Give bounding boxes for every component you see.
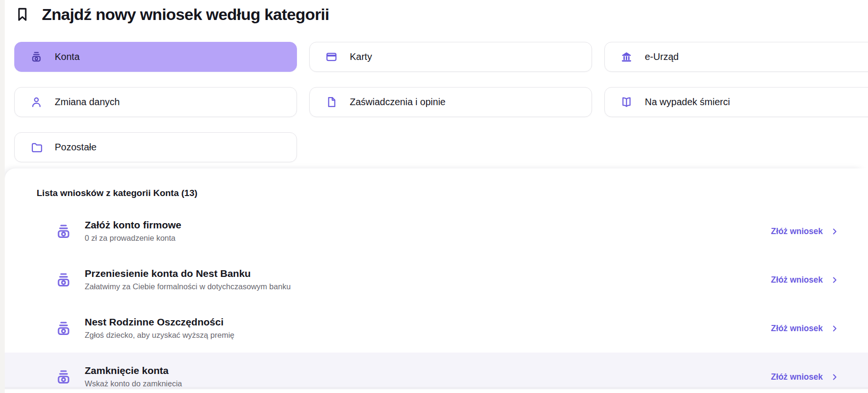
request-list-item-za-konto-firmowe[interactable]: Załóż konto firmowe 0 zł za prowadzenie … <box>5 207 868 255</box>
find-request-page: Znajdź nowy wniosek według kategorii Kon… <box>0 0 868 393</box>
submit-request-link[interactable]: Złóż wniosek <box>771 275 838 285</box>
request-subtitle: Załatwimy za Ciebie formalności w dotych… <box>85 281 291 292</box>
chevron-right-icon <box>830 373 838 381</box>
category-label: e-Urząd <box>645 51 679 62</box>
requests-list: Załóż konto firmowe 0 zł za prowadzenie … <box>5 207 868 389</box>
person-icon <box>30 96 43 108</box>
chevron-right-icon <box>830 276 838 284</box>
folder-icon <box>30 141 43 154</box>
requests-list-viewport[interactable]: Załóż konto firmowe 0 zł za prowadzenie … <box>5 207 868 389</box>
page-edge-strip <box>0 0 5 393</box>
request-title: Przeniesienie konta do Nest Banku <box>85 267 291 280</box>
chevron-right-icon <box>830 227 838 236</box>
page-header: Znajdź nowy wniosek według kategorii <box>14 0 868 25</box>
category-button-pozosta-e[interactable]: Pozostałe <box>14 132 297 162</box>
chevron-right-icon <box>830 324 838 333</box>
list-heading: Lista wniosków z kategorii Konta (13) <box>37 187 868 199</box>
submit-request-link[interactable]: Złóż wniosek <box>771 372 838 382</box>
request-title: Załóż konto firmowe <box>85 219 181 231</box>
submit-request-label: Złóż wniosek <box>771 372 823 382</box>
request-subtitle: Zgłoś dziecko, aby uzyskać wyższą premię <box>85 329 235 341</box>
submit-request-link[interactable]: Złóż wniosek <box>771 324 838 334</box>
category-button-na-wypadek-mierci[interactable]: Na wypadek śmierci <box>604 87 868 117</box>
submit-request-label: Złóż wniosek <box>771 324 823 334</box>
credit-card-icon <box>325 50 338 63</box>
cashbox-icon <box>55 320 72 337</box>
requests-panel: Lista wniosków z kategorii Konta (13) Za… <box>5 168 868 389</box>
request-list-item-zamkni-cie-konta[interactable]: Zamknięcie konta Wskaż konto do zamknięc… <box>5 353 868 389</box>
category-label: Zmiana danych <box>55 97 120 108</box>
document-icon <box>325 96 338 108</box>
category-button-e-urz-d[interactable]: e-Urząd <box>604 42 868 72</box>
bookmark-icon <box>14 6 30 22</box>
cashbox-icon <box>30 50 43 63</box>
category-label: Zaświadczenia i opinie <box>350 97 445 108</box>
category-button-karty[interactable]: Karty <box>309 42 592 72</box>
request-list-item-nest-rodzinne-oszcz-dno-ci[interactable]: Nest Rodzinne Oszczędności Zgłoś dziecko… <box>5 304 868 353</box>
category-label: Karty <box>350 51 372 62</box>
category-button-za-wiadczenia-i-opinie[interactable]: Zaświadczenia i opinie <box>309 87 592 117</box>
open-book-icon <box>620 96 633 108</box>
bank-building-icon <box>620 50 633 63</box>
request-list-item-przeniesienie-konta-do-nest-banku[interactable]: Przeniesienie konta do Nest Banku Załatw… <box>5 255 868 304</box>
submit-request-link[interactable]: Złóż wniosek <box>771 226 838 236</box>
cashbox-icon <box>55 368 72 386</box>
category-button-zmiana-danych[interactable]: Zmiana danych <box>14 87 297 117</box>
request-title: Zamknięcie konta <box>85 364 182 377</box>
cashbox-icon <box>55 223 72 240</box>
request-subtitle: Wskaż konto do zamknięcia <box>85 378 182 389</box>
category-label: Na wypadek śmierci <box>645 97 730 108</box>
cashbox-icon <box>55 271 72 289</box>
category-button-konta[interactable]: Konta <box>14 42 297 72</box>
submit-request-label: Złóż wniosek <box>771 275 823 285</box>
request-subtitle: 0 zł za prowadzenie konta <box>85 232 181 244</box>
category-label: Pozostałe <box>55 142 97 153</box>
submit-request-label: Złóż wniosek <box>771 226 823 236</box>
category-grid: Konta Karty e-Urząd Zmiana danych Zaświa… <box>14 42 868 162</box>
category-label: Konta <box>55 51 79 62</box>
page-title: Znajdź nowy wniosek według kategorii <box>42 5 329 24</box>
request-title: Nest Rodzinne Oszczędności <box>85 316 235 328</box>
